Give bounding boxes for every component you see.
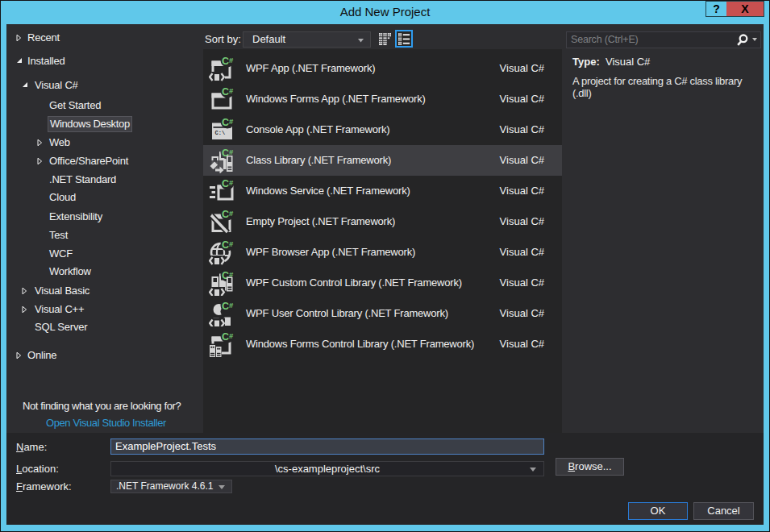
- svg-text:#: #: [229, 148, 234, 156]
- svg-text:C: C: [222, 178, 229, 189]
- svg-text:C: C: [222, 301, 229, 312]
- svg-text:C: C: [222, 56, 229, 67]
- svg-text:C: C: [222, 117, 229, 128]
- svg-text:#: #: [229, 209, 234, 218]
- svg-text:#: #: [229, 301, 234, 310]
- svg-text:#: #: [229, 239, 234, 248]
- svg-text:#: #: [229, 331, 234, 340]
- svg-text:#: #: [229, 86, 234, 95]
- svg-text:C:\: C:\: [215, 130, 226, 136]
- svg-text:C: C: [222, 331, 229, 343]
- svg-text:#: #: [229, 56, 234, 64]
- svg-text:C: C: [222, 86, 229, 98]
- svg-text:#: #: [229, 178, 234, 187]
- svg-text:#: #: [229, 117, 234, 126]
- svg-text:C: C: [222, 239, 229, 251]
- svg-text:C: C: [222, 209, 229, 220]
